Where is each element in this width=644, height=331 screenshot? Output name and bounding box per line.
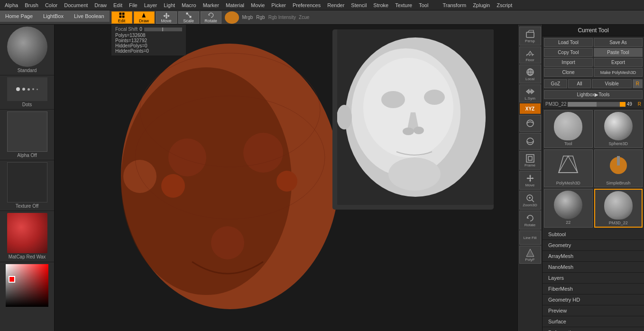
rotate3d-label: Rotate [524, 223, 536, 227]
local-button[interactable]: Local [519, 64, 541, 83]
scale-button[interactable]: Scale [178, 11, 199, 24]
svg-point-28 [337, 105, 352, 129]
menu-brush[interactable]: Brush [22, 1, 41, 9]
menu-stroke[interactable]: Stroke [370, 1, 391, 9]
tool-thumb-polymesh-label: PolyMesh3D [556, 181, 580, 185]
rotate3d-button[interactable]: Rotate [519, 211, 541, 230]
menu-picker[interactable]: Picker [268, 1, 289, 9]
lightbox-button[interactable]: LightBox [38, 10, 69, 22]
tool-thumb-head[interactable]: Tool [544, 110, 593, 148]
mrgb-label[interactable]: Mrgb [242, 15, 253, 20]
pm3d-label: PM3D_22 [545, 101, 566, 107]
menu-light[interactable]: Light [161, 1, 178, 9]
svg-rect-2 [119, 15, 121, 18]
panel-item-geometry-hd[interactable]: Geometry HD [543, 294, 644, 305]
move-3d-button[interactable]: Move [519, 171, 541, 190]
frame-button[interactable]: Frame [519, 151, 541, 170]
panel-item-subtool[interactable]: Subtool [543, 229, 644, 240]
menu-marker[interactable]: Marker [200, 1, 222, 9]
menu-file[interactable]: File [126, 1, 140, 9]
color-picker[interactable] [6, 264, 48, 307]
menu-document[interactable]: Document [61, 1, 91, 9]
export-button[interactable]: Export [594, 58, 643, 67]
save-as-button[interactable]: Save As [594, 38, 643, 47]
right-side-panel: Persp Floor Local [517, 25, 542, 331]
gyro-button-2[interactable] [519, 133, 541, 150]
menu-material[interactable]: Material [223, 1, 247, 9]
tool-thumb-polymesh[interactable]: PolyMesh3D [544, 149, 593, 187]
rotate-button[interactable]: Rotate [201, 11, 221, 24]
menu-transform[interactable]: Transform [440, 1, 469, 9]
menu-stencil[interactable]: Stencil [348, 1, 369, 9]
pm3d-slider-row: PM3D_22 49 R [543, 100, 644, 109]
r-button[interactable]: R [633, 79, 643, 88]
home-page-button[interactable]: Home Page [0, 10, 38, 22]
menu-color[interactable]: Color [42, 1, 60, 9]
menu-render[interactable]: Render [324, 1, 347, 9]
matcap-thumbnail[interactable] [7, 213, 47, 253]
goz-button[interactable]: GoZ [544, 79, 567, 88]
panel-item-layers[interactable]: Layers [543, 273, 644, 284]
hidden-points-label: HiddenPoints= [115, 48, 146, 54]
alpha-thumbnail[interactable] [7, 111, 47, 152]
tool-thumb-sphere3d[interactable]: Sphere3D [594, 110, 643, 148]
menu-zplugin[interactable]: Zplugin [470, 1, 493, 9]
panel-item-surface[interactable]: Surface [543, 316, 644, 327]
copy-tool-button[interactable]: Copy Tool [544, 48, 593, 57]
menu-macro[interactable]: Macro [179, 1, 199, 9]
edit-button[interactable]: Edit [111, 11, 132, 24]
live-boolean-button[interactable]: Live Boolean [69, 10, 110, 22]
polyf-button[interactable]: PolyF [519, 246, 541, 264]
brush-label: Standard [2, 68, 52, 73]
panel-item-deformation[interactable]: Deformation [543, 327, 644, 331]
menu-preferences[interactable]: Preferences [290, 1, 323, 9]
menu-alpha[interactable]: Alpha [2, 1, 21, 9]
tool-thumb-pm3d22[interactable]: PM3D_22 [594, 189, 643, 228]
move-button[interactable]: Move [156, 11, 177, 24]
menu-edit[interactable]: Edit [110, 1, 125, 9]
tool-thumb-pm3d22-label: PM3D_22 [609, 221, 628, 225]
svg-rect-46 [526, 155, 534, 162]
svg-rect-57 [617, 156, 620, 166]
texture-section: Texture Off [0, 160, 54, 211]
panel-item-nanomesh[interactable]: NanoMesh [543, 262, 644, 273]
lsym-button[interactable]: L.Sym [519, 84, 541, 102]
pm3d-slider[interactable] [568, 102, 625, 107]
texture-thumbnail[interactable] [7, 162, 47, 202]
draw-button[interactable]: Draw [134, 11, 155, 24]
panel-item-preview[interactable]: Preview [543, 305, 644, 316]
brush-thumbnail[interactable] [7, 27, 47, 67]
menu-zscript[interactable]: Zscript [494, 1, 515, 9]
menu-tool[interactable]: Tool [416, 1, 431, 9]
visible-button[interactable]: Visible [592, 79, 631, 88]
load-tool-button[interactable]: Load Tool [544, 38, 593, 47]
clone-button[interactable]: Clone [544, 68, 593, 77]
paste-tool-button[interactable]: Paste Tool [594, 48, 643, 57]
menu-texture[interactable]: Texture [392, 1, 415, 9]
focal-shift-label: Focal Shift [115, 27, 138, 32]
menu-layer[interactable]: Layer [141, 1, 160, 9]
hidden-points-row: HiddenPoints=0 [115, 48, 182, 54]
xyz-badge[interactable]: XYZ [520, 103, 541, 114]
tool-thumb-simplebrush[interactable]: SimpleBrush [594, 149, 643, 187]
panel-item-geometry[interactable]: Geometry [543, 240, 644, 251]
svg-rect-34 [526, 32, 534, 37]
all-button[interactable]: All [568, 79, 591, 88]
tool-thumb-22[interactable]: 22 [544, 189, 593, 228]
menu-movie[interactable]: Movie [248, 1, 267, 9]
linefill-button[interactable]: Line Fill [519, 230, 541, 245]
canvas-wrapper[interactable]: Focal Shift 0 Polys=132608 Points=132792… [55, 25, 517, 331]
menu-draw[interactable]: Draw [92, 1, 110, 9]
persp-button[interactable]: Persp [519, 27, 541, 46]
rgb-label[interactable]: Rgb [256, 15, 265, 20]
svg-marker-54 [559, 156, 578, 173]
dots-thumbnail[interactable] [7, 77, 47, 101]
make-polymesh-button[interactable]: Make PolyMesh3D [594, 68, 643, 77]
lightbox-tools-button[interactable]: Lightbox▶Tools [544, 90, 643, 99]
panel-item-arraymesh[interactable]: ArrayMesh [543, 251, 644, 262]
gyro-button-1[interactable] [519, 115, 541, 132]
floor-button[interactable]: Floor [519, 46, 541, 64]
panel-item-fibermesh[interactable]: FiberMesh [543, 284, 644, 294]
import-button[interactable]: Import [544, 58, 593, 67]
zoom3d-button[interactable]: Zoom3D [519, 191, 541, 210]
